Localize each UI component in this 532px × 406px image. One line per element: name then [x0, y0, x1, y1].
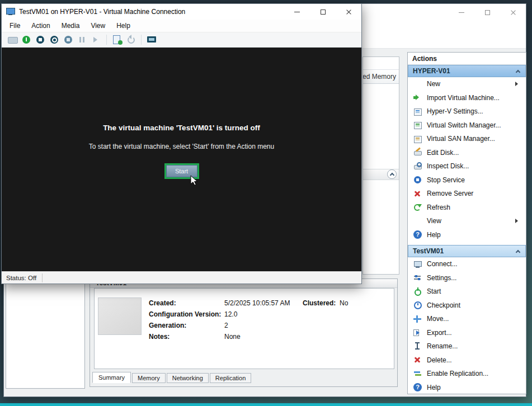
- vm-off-message: The virtual machine 'TestVM01' is turned…: [2, 124, 361, 132]
- minimize-button[interactable]: [449, 4, 474, 21]
- details-summary-box: Created:5/2/2025 10:05:57 AM Configurati…: [94, 288, 394, 369]
- tab-memory[interactable]: Memory: [132, 373, 166, 383]
- checkpoint-icon: [413, 301, 422, 309]
- action-item-move[interactable]: Move...: [408, 312, 526, 326]
- desktop: Assigned Memory Actions HYPER-V01 New Im…: [0, 0, 532, 406]
- window-title: TestVM01 on HYPER-V01 - Virtual Machine …: [19, 8, 185, 16]
- edit-disk-icon: [413, 148, 422, 157]
- tab-replication[interactable]: Replication: [210, 373, 251, 383]
- action-item-enable-replication[interactable]: Enable Replication...: [408, 367, 526, 381]
- vm-connection-window-controls: [284, 4, 361, 20]
- maximize-icon: [321, 10, 326, 15]
- shut-down-icon[interactable]: [48, 34, 60, 46]
- field-clustered: Clustered:No: [303, 298, 348, 309]
- action-item-checkpoint[interactable]: Checkpoint: [408, 299, 526, 313]
- switch-manager-icon: [413, 121, 422, 129]
- settings-panel-icon: [413, 107, 422, 116]
- close-icon: [510, 10, 516, 16]
- group-header-label: TestVM01: [413, 247, 444, 255]
- status-separator: [42, 273, 43, 282]
- replication-icon: [413, 370, 422, 378]
- action-item-stop-service[interactable]: Stop Service: [408, 173, 526, 187]
- maximize-button[interactable]: [474, 4, 500, 21]
- actions-group-header-testvm01[interactable]: TestVM01: [408, 245, 526, 257]
- collapse-section-button[interactable]: [387, 169, 397, 179]
- menu-view[interactable]: View: [85, 20, 111, 32]
- toolbar-separator: [106, 35, 107, 45]
- close-icon: [346, 9, 352, 15]
- action-item-rename[interactable]: Rename...: [408, 339, 526, 353]
- minimize-icon: [459, 12, 464, 13]
- action-item-export[interactable]: Export...: [408, 326, 526, 340]
- hyperv-manager-window-controls: [449, 4, 526, 21]
- action-item-virtual-san-manager[interactable]: Virtual SAN Manager...: [408, 132, 526, 146]
- tab-networking[interactable]: Networking: [167, 373, 209, 383]
- remove-server-icon: [413, 190, 422, 198]
- checkpoint-icon[interactable]: [111, 34, 123, 46]
- details-tabs: Summary Memory Networking Replication: [92, 372, 251, 383]
- action-item-settings[interactable]: Settings...: [408, 271, 526, 285]
- turn-off-icon[interactable]: [34, 34, 46, 46]
- action-item-help-vm[interactable]: Help: [408, 381, 526, 395]
- san-manager-icon: [413, 135, 422, 143]
- action-item-virtual-switch-manager[interactable]: Virtual Switch Manager...: [408, 119, 526, 133]
- connect-icon: [413, 260, 422, 268]
- start-vm-icon[interactable]: [20, 34, 32, 46]
- chevron-up-icon: [516, 249, 520, 254]
- chevron-up-icon: [389, 173, 394, 177]
- action-item-connect[interactable]: Connect...: [408, 257, 526, 271]
- revert-icon[interactable]: [125, 34, 137, 46]
- field-notes: Notes:None: [149, 331, 241, 342]
- minimize-button[interactable]: [284, 4, 310, 20]
- save-state-icon[interactable]: [62, 34, 74, 46]
- action-item-new[interactable]: New: [408, 77, 526, 91]
- desktop-teal-stripe: [0, 403, 532, 406]
- maximize-button[interactable]: [310, 4, 336, 20]
- actions-pane-title: Actions: [408, 53, 526, 65]
- close-button[interactable]: [336, 4, 361, 20]
- menu-file[interactable]: File: [4, 20, 26, 32]
- step-icon[interactable]: [90, 34, 102, 46]
- action-item-inspect-disk[interactable]: Inspect Disk...: [408, 159, 526, 173]
- help-icon: [413, 383, 422, 391]
- assigned-memory-column-header[interactable]: Assigned Memory: [363, 69, 399, 84]
- action-item-start[interactable]: Start: [408, 285, 526, 299]
- toolbar: [2, 32, 361, 48]
- column-header-label: Assigned Memory: [363, 70, 396, 84]
- action-item-help-server[interactable]: Help: [408, 228, 526, 242]
- action-item-hyperv-settings[interactable]: Hyper-V Settings...: [408, 105, 526, 119]
- menu-help[interactable]: Help: [111, 20, 136, 32]
- action-item-view[interactable]: View: [408, 214, 526, 228]
- actions-pane: Actions HYPER-V01 New Import Virtual Mac…: [407, 52, 526, 394]
- server-tree-panel: [6, 278, 85, 389]
- toolbar-separator: [141, 35, 142, 45]
- status-bar: Status: Off: [2, 271, 361, 284]
- enhanced-session-icon[interactable]: [145, 34, 158, 46]
- move-icon: [413, 315, 422, 323]
- rename-icon: [413, 342, 422, 351]
- field-configuration-version: Configuration Version:12.0: [149, 309, 237, 320]
- pause-icon[interactable]: [76, 34, 88, 46]
- action-item-delete[interactable]: Delete...: [408, 353, 526, 367]
- tab-summary[interactable]: Summary: [92, 372, 131, 383]
- menu-action[interactable]: Action: [26, 20, 55, 32]
- field-generation: Generation:2: [149, 320, 228, 331]
- actions-group-header-hyperv01[interactable]: HYPER-V01: [408, 65, 526, 77]
- field-created: Created:5/2/2025 10:05:57 AM: [149, 298, 290, 309]
- vm-connection-window: TestVM01 on HYPER-V01 - Virtual Machine …: [1, 3, 362, 284]
- close-button[interactable]: [500, 4, 526, 21]
- stop-service-icon: [413, 176, 422, 184]
- ctrl-alt-del-icon[interactable]: [6, 34, 18, 46]
- action-item-edit-disk[interactable]: Edit Disk...: [408, 146, 526, 160]
- vm-list-panel: Assigned Memory: [362, 56, 399, 275]
- menu-bar: File Action Media View Help: [2, 20, 361, 32]
- submenu-arrow-icon: [515, 219, 520, 223]
- group-header-label: HYPER-V01: [413, 67, 450, 75]
- chevron-up-icon: [516, 69, 520, 74]
- menu-media[interactable]: Media: [56, 20, 86, 32]
- action-item-import-virtual-machine[interactable]: Import Virtual Machine...: [408, 91, 526, 105]
- vm-details-panel: TestVM01 Created:5/2/2025 10:05:57 AM Co…: [90, 278, 398, 387]
- settings-icon: [413, 273, 422, 282]
- action-item-remove-server[interactable]: Remove Server: [408, 187, 526, 201]
- action-item-refresh[interactable]: Refresh: [408, 201, 526, 215]
